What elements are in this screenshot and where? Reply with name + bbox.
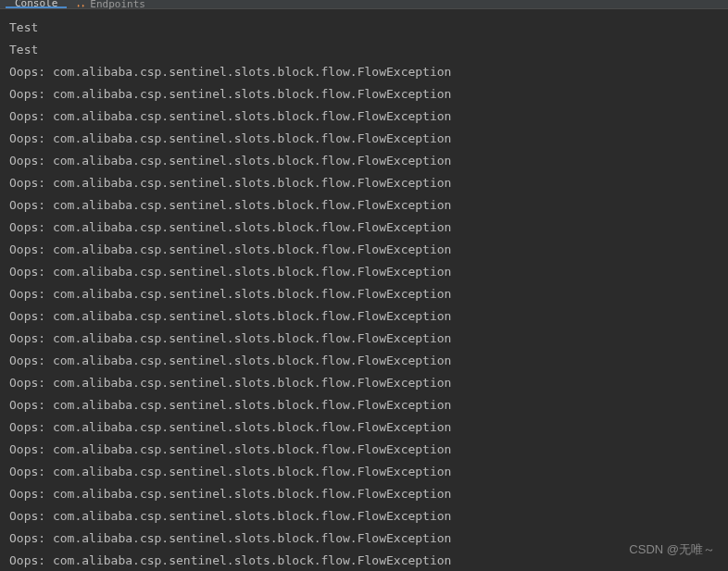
console-line: Oops: com.alibaba.csp.sentinel.slots.blo…: [9, 483, 719, 505]
tab-endpoints-label: Endpoints: [90, 0, 145, 10]
console-line: Oops: com.alibaba.csp.sentinel.slots.blo…: [9, 217, 719, 239]
console-line: Oops: com.alibaba.csp.sentinel.slots.blo…: [9, 528, 719, 550]
console-line: Oops: com.alibaba.csp.sentinel.slots.blo…: [9, 194, 719, 217]
console-line: Oops: com.alibaba.csp.sentinel.slots.blo…: [9, 106, 719, 128]
console-line: Oops: com.alibaba.csp.sentinel.slots.blo…: [9, 505, 719, 528]
console-line: Oops: com.alibaba.csp.sentinel.slots.blo…: [9, 461, 719, 483]
console-line: Oops: com.alibaba.csp.sentinel.slots.blo…: [9, 261, 719, 283]
tab-endpoints[interactable]: ⬫⬫ Endpoints: [67, 0, 155, 8]
console-line: Oops: com.alibaba.csp.sentinel.slots.blo…: [9, 283, 719, 305]
console-line: Oops: com.alibaba.csp.sentinel.slots.blo…: [9, 372, 719, 394]
tab-bar: Console ⬫⬫ Endpoints: [0, 0, 728, 9]
watermark: CSDN @无唯～: [629, 541, 715, 558]
console-line: Oops: com.alibaba.csp.sentinel.slots.blo…: [9, 350, 719, 372]
console-line: Test: [9, 17, 719, 39]
console-line: Oops: com.alibaba.csp.sentinel.slots.blo…: [9, 172, 719, 194]
console-line: Oops: com.alibaba.csp.sentinel.slots.blo…: [9, 328, 719, 350]
console-line: Oops: com.alibaba.csp.sentinel.slots.blo…: [9, 305, 719, 328]
tab-console-label: Console: [15, 0, 57, 9]
console-line: Oops: com.alibaba.csp.sentinel.slots.blo…: [9, 128, 719, 150]
console-output[interactable]: TestTestOops: com.alibaba.csp.sentinel.s…: [0, 9, 728, 571]
console-line: Oops: com.alibaba.csp.sentinel.slots.blo…: [9, 239, 719, 261]
endpoints-icon: ⬫⬫: [76, 0, 85, 9]
console-line: Oops: com.alibaba.csp.sentinel.slots.blo…: [9, 83, 719, 106]
console-line: Oops: com.alibaba.csp.sentinel.slots.blo…: [9, 416, 719, 439]
console-line: Oops: com.alibaba.csp.sentinel.slots.blo…: [9, 61, 719, 83]
tab-console[interactable]: Console: [6, 0, 67, 8]
console-line: Oops: com.alibaba.csp.sentinel.slots.blo…: [9, 550, 719, 571]
console-line: Test: [9, 39, 719, 61]
console-line: Oops: com.alibaba.csp.sentinel.slots.blo…: [9, 394, 719, 416]
console-line: Oops: com.alibaba.csp.sentinel.slots.blo…: [9, 439, 719, 461]
console-line: Oops: com.alibaba.csp.sentinel.slots.blo…: [9, 150, 719, 172]
